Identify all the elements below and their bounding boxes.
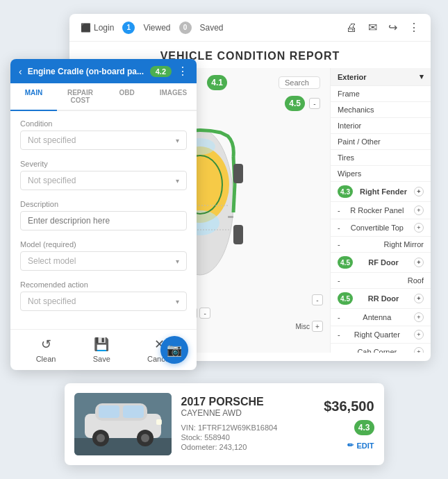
- menu-item-label: Wipers: [338, 169, 361, 178]
- model-select[interactable]: Select model: [20, 251, 187, 271]
- right-fender-score: 4.3: [338, 185, 353, 198]
- menu-item-convertible[interactable]: - Convertible Top +: [331, 219, 431, 237]
- condition-field: Condition Not specified: [20, 119, 187, 150]
- edit-btn[interactable]: ✏ EDIT: [347, 441, 374, 450]
- svg-point-20: [97, 434, 105, 442]
- form-title: Engine Cradle (on-board pa...: [28, 67, 144, 76]
- minus-icon: -: [338, 224, 340, 232]
- menu-section-chevron: ▾: [420, 72, 424, 81]
- menu-item-antenna[interactable]: - Antenna +: [331, 309, 431, 326]
- car-vin: VIN: 1FTRF12W69KB16804: [181, 423, 315, 432]
- recommended-select[interactable]: Not specified: [20, 292, 187, 311]
- menu-item-mechanics[interactable]: Mechanics: [331, 102, 431, 118]
- recommended-value: Not specified: [28, 296, 76, 306]
- recommended-label: Recomended action: [20, 280, 187, 289]
- rf-door-score: 4.5: [338, 256, 353, 269]
- menu-item-cab-corner[interactable]: - Cab Corner +: [331, 344, 431, 353]
- form-more-icon[interactable]: ⋮: [177, 65, 188, 78]
- form-tabs: MAIN REPAIR COST OBD IMAGES: [10, 83, 197, 111]
- condition-value: Not specified: [28, 135, 76, 145]
- menu-item-roof[interactable]: - Roof: [331, 273, 431, 289]
- back-icon[interactable]: ‹: [19, 66, 22, 77]
- menu-item-label: RF Door: [368, 258, 398, 267]
- r-rocker-plus[interactable]: +: [414, 205, 424, 215]
- svg-rect-12: [228, 216, 233, 218]
- form-footer: ↺ Clean 💾 Save ✕ Cancel 📷: [10, 329, 197, 370]
- save-btn[interactable]: 💾 Save: [93, 337, 110, 363]
- menu-item-label: Right Quarter: [354, 330, 400, 339]
- description-input[interactable]: [20, 211, 187, 230]
- model-label: Model (required): [20, 240, 187, 249]
- menu-item-label: RR Door: [368, 294, 399, 303]
- print-icon[interactable]: 🖨: [346, 22, 357, 34]
- menu-item-paint[interactable]: Paint / Other: [331, 134, 431, 150]
- car-make: 2017 PORSCHE: [181, 396, 315, 408]
- menu-item-right-quarter[interactable]: - Right Quarter +: [331, 326, 431, 344]
- svg-rect-23: [156, 419, 162, 425]
- car-score-edit: $36,500 4.3 ✏ EDIT: [324, 398, 374, 450]
- menu-item-wipers[interactable]: Wipers: [331, 166, 431, 182]
- tab-obd[interactable]: OBD: [103, 83, 150, 111]
- tab-repair-cost[interactable]: REPAIR COST: [57, 83, 103, 111]
- model-chevron: [176, 256, 179, 266]
- menu-item-interior[interactable]: Interior: [331, 118, 431, 134]
- edit-pencil-icon: ✏: [347, 441, 354, 450]
- share-icon[interactable]: ↪: [388, 21, 397, 34]
- car-card: 2017 PORSCHE CAYENNE AWD VIN: 1FTRF12W69…: [65, 383, 384, 465]
- description-field: Description: [20, 200, 187, 230]
- rr-door-score: 4.5: [338, 292, 353, 305]
- search-input[interactable]: [279, 76, 320, 89]
- menu-item-rr-door[interactable]: 4.5 RR Door +: [331, 289, 431, 309]
- right-fender-plus[interactable]: +: [414, 187, 424, 196]
- menu-section-header[interactable]: Exterior ▾: [331, 68, 431, 86]
- rf-door-plus[interactable]: +: [414, 258, 424, 267]
- edit-label: EDIT: [356, 442, 374, 450]
- misc-label: Misc: [295, 323, 310, 330]
- svg-point-22: [141, 434, 149, 442]
- more-icon[interactable]: ⋮: [408, 21, 420, 34]
- misc-plus-btn[interactable]: +: [312, 321, 323, 332]
- main-header: ⬛ Login 1 Viewed 0 Saved 🖨 ✉ ↪ ⋮: [69, 14, 431, 42]
- header-right: 🖨 ✉ ↪ ⋮: [346, 21, 420, 34]
- camera-fab[interactable]: 📷: [160, 336, 188, 364]
- minus-icon: -: [338, 330, 340, 339]
- menu-item-right-fender[interactable]: 4.3 Right Fender +: [331, 182, 431, 202]
- saved-label: Saved: [200, 23, 224, 33]
- menu-item-label: Cab Corner: [357, 348, 397, 353]
- condition-select[interactable]: Not specified: [20, 131, 187, 150]
- menu-item-label: Roof: [408, 276, 424, 285]
- minus-icon: -: [338, 276, 340, 285]
- cab-corner-plus[interactable]: +: [414, 347, 424, 353]
- car-price: $36,500: [324, 398, 374, 414]
- svg-rect-10: [233, 225, 243, 244]
- rr-door-plus[interactable]: +: [414, 294, 424, 303]
- antenna-plus[interactable]: +: [414, 312, 424, 322]
- description-label: Description: [20, 200, 187, 208]
- menu-item-right-mirror[interactable]: - Right Mirror: [331, 237, 431, 253]
- save-icon: 💾: [94, 337, 109, 352]
- right-quarter-plus[interactable]: +: [414, 330, 424, 339]
- login-link[interactable]: ⬛ Login: [81, 23, 114, 33]
- email-icon[interactable]: ✉: [368, 21, 377, 34]
- lift-gate-minus-btn[interactable]: -: [312, 294, 323, 305]
- svg-rect-14: [74, 438, 172, 455]
- tailgate-minus-btn[interactable]: -: [199, 308, 210, 319]
- form-panel: ‹ Engine Cradle (on-board pa... 4.2 ⋮ MA…: [10, 59, 197, 370]
- menu-item-frame[interactable]: Frame: [331, 86, 431, 102]
- menu-item-r-rocker[interactable]: - R Rocker Panel +: [331, 202, 431, 219]
- menu-item-label: Antenna: [363, 313, 391, 321]
- tab-main[interactable]: MAIN: [10, 83, 57, 111]
- form-body: Condition Not specified Severity Not spe…: [10, 111, 197, 329]
- severity-select[interactable]: Not specified: [20, 171, 187, 190]
- severity-label: Severity: [20, 160, 187, 168]
- clean-btn[interactable]: ↺ Clean: [36, 337, 56, 363]
- header-left: ⬛ Login 1 Viewed 0 Saved: [81, 22, 224, 34]
- form-header: ‹ Engine Cradle (on-board pa... 4.2 ⋮: [10, 59, 197, 83]
- clean-label: Clean: [36, 355, 56, 363]
- menu-item-rf-door[interactable]: 4.5 RF Door +: [331, 253, 431, 273]
- tab-images[interactable]: IMAGES: [150, 83, 197, 111]
- car-stock: Stock: 558940: [181, 433, 315, 442]
- convertible-plus[interactable]: +: [414, 223, 424, 233]
- front-bumper-minus-btn[interactable]: -: [309, 98, 320, 109]
- menu-item-tires[interactable]: Tires: [331, 150, 431, 166]
